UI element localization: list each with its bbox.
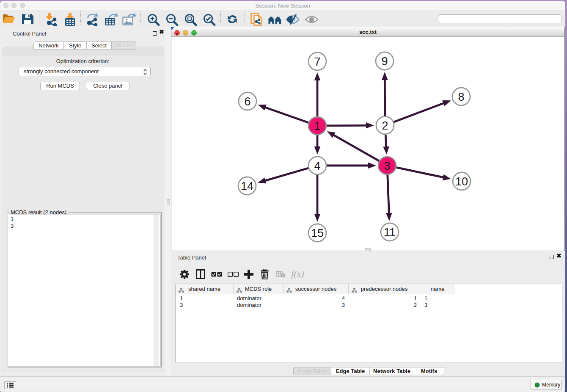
svg-text:8: 8 [458, 91, 464, 103]
svg-text:1: 1 [314, 120, 320, 133]
svg-text:15: 15 [311, 227, 324, 240]
svg-text:6: 6 [244, 95, 250, 108]
svg-text:2: 2 [382, 119, 388, 132]
svg-text:10: 10 [455, 175, 468, 188]
svg-text:7: 7 [314, 55, 320, 68]
svg-text:3: 3 [384, 160, 390, 172]
svg-text:11: 11 [384, 226, 396, 239]
svg-text:9: 9 [381, 55, 388, 68]
svg-text:14: 14 [241, 180, 253, 193]
svg-text:4: 4 [314, 160, 320, 172]
